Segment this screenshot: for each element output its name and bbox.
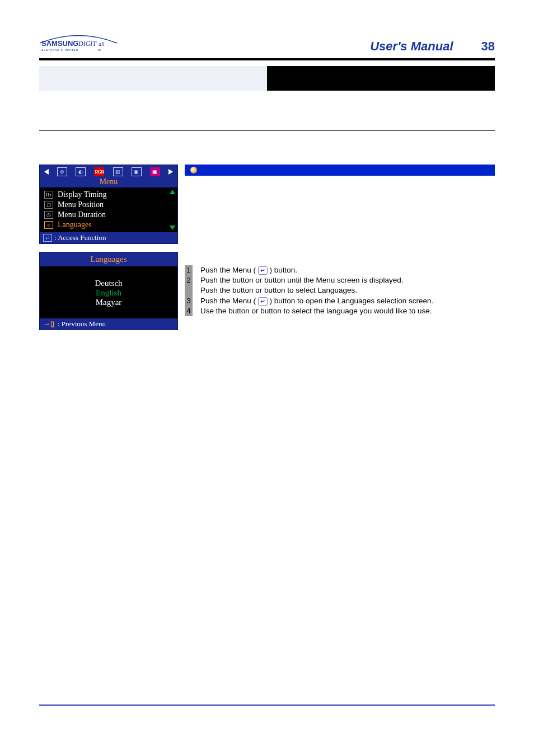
divider xyxy=(39,130,495,131)
osd-item-menu-duration: ◷ Menu Duration xyxy=(44,210,173,220)
osd-footer-label: : Access Function xyxy=(54,233,106,242)
instruction-steps: 1 Push the Menu ( ↵ ) button. 2 Push the… xyxy=(185,265,495,316)
osd-languages-footer: →▯ : Previous Menu xyxy=(40,318,177,330)
screen-icon: ▣ xyxy=(132,167,142,176)
enter-icon: ↵ xyxy=(43,234,52,242)
step-text: Push the Menu ( ↵ ) button. xyxy=(193,265,433,275)
footer-rule xyxy=(39,705,495,706)
section-bar xyxy=(39,66,495,91)
step-text: Use the button or button to select the l… xyxy=(193,306,433,316)
arrow-up-icon xyxy=(105,271,113,276)
hz-icon: Hz xyxy=(44,191,53,199)
svg-text:TM: TM xyxy=(97,49,101,51)
osd-item-label: Menu Position xyxy=(58,200,104,209)
arrow-left-icon xyxy=(44,169,49,175)
arrow-down-icon xyxy=(105,309,113,315)
osd-menu-screenshot: ⊕ ◐ RGB ▥ ▣ ▣ Menu Hz Display Timing xyxy=(39,165,178,244)
svg-text:everyone's invited: everyone's invited xyxy=(41,48,78,51)
arrow-up-icon xyxy=(170,190,175,194)
brightness-icon: ◐ xyxy=(76,167,86,176)
language-option: Deutsch xyxy=(40,279,177,288)
menu-icon-selected: ▣ xyxy=(150,167,160,176)
enter-icon: ↵ xyxy=(258,266,268,275)
header-rule xyxy=(39,58,495,60)
header-title: User's Manual xyxy=(370,39,453,54)
arrow-down-icon xyxy=(170,226,175,230)
page-header: SAMSUNG DIGIT all everyone's invited TM … xyxy=(39,34,495,54)
osd-item-label: Languages xyxy=(58,220,92,229)
rgb-icon: RGB xyxy=(94,167,104,176)
step-text: Push the button or button until the Menu… xyxy=(193,275,433,295)
step-text: Push the Menu ( ↵ ) button to open the L… xyxy=(193,296,433,306)
position-icon: ⊕ xyxy=(57,167,67,176)
svg-text:DIGIT: DIGIT xyxy=(78,40,97,48)
section-bullet-bar xyxy=(185,165,495,176)
osd-item-languages: ☺ Languages xyxy=(44,220,173,230)
enter-icon: ↵ xyxy=(258,297,268,306)
osd-item-label: Display Timing xyxy=(58,190,107,199)
osd-item-menu-position: ▢ Menu Position xyxy=(44,200,173,210)
bars-icon: ▥ xyxy=(113,167,123,176)
osd-footer-label: : Previous Menu xyxy=(58,320,106,328)
step-number: 4 xyxy=(185,306,193,316)
osd-item-display-timing: Hz Display Timing xyxy=(44,190,173,200)
svg-text:all: all xyxy=(99,41,105,47)
position-small-icon: ▢ xyxy=(44,201,53,209)
step-number: 3 xyxy=(185,296,193,306)
svg-text:SAMSUNG: SAMSUNG xyxy=(41,39,78,48)
osd-languages-screenshot: Languages Deutsch English Magyar →▯ : Pr… xyxy=(39,252,178,330)
clock-icon: ◷ xyxy=(44,211,53,219)
step-line: Push the button or button to select Lang… xyxy=(200,286,357,294)
osd-item-label: Menu Duration xyxy=(58,210,106,219)
step-number: 2 xyxy=(185,275,193,295)
arrow-right-icon xyxy=(168,169,173,175)
osd-menu-label: Menu xyxy=(43,177,174,186)
samsung-logo: SAMSUNG DIGIT all everyone's invited TM xyxy=(39,34,118,54)
language-option-selected: English xyxy=(40,288,177,298)
osd-languages-title: Languages xyxy=(40,252,177,266)
step-line: Push the button or button until the Menu… xyxy=(200,276,403,284)
page-number: 38 xyxy=(481,39,495,54)
exit-icon: →▯ xyxy=(43,320,54,328)
osd-footer: ↵ : Access Function xyxy=(40,232,177,243)
bullet-icon xyxy=(190,167,197,173)
step-number: 1 xyxy=(185,265,193,275)
language-option: Magyar xyxy=(40,298,177,307)
languages-icon: ☺ xyxy=(44,221,53,229)
